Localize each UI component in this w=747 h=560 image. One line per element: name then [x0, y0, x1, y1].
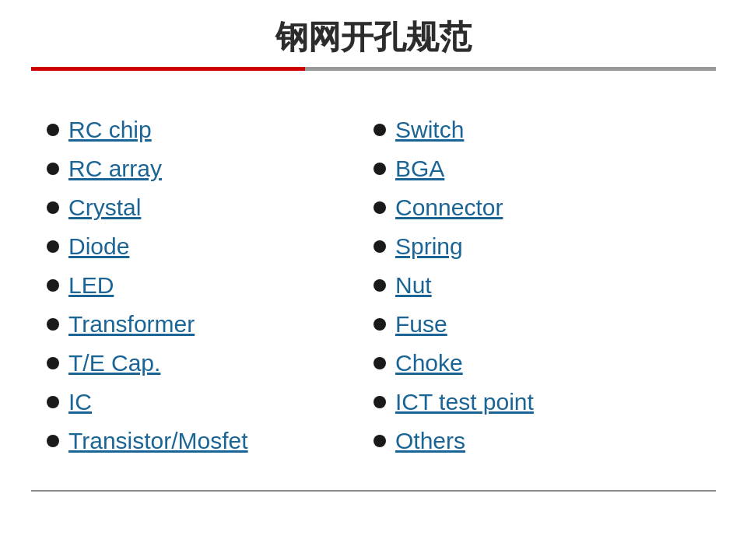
- list-item: Spring: [374, 229, 700, 264]
- link-transistor-mosfet[interactable]: Transistor/Mosfet: [68, 428, 248, 454]
- divider-left: [31, 67, 305, 71]
- bullet-icon: [374, 357, 386, 369]
- bullet-icon: [47, 357, 59, 369]
- bullet-icon: [374, 201, 386, 214]
- bullet-icon: [47, 163, 59, 175]
- list-item: Crystal: [47, 190, 374, 226]
- list-item: Switch: [374, 112, 700, 148]
- link-bga[interactable]: BGA: [395, 156, 444, 182]
- list-item: Choke: [374, 345, 700, 381]
- list-item: RC array: [47, 151, 374, 187]
- link-ict-test-point[interactable]: ICT test point: [395, 389, 534, 415]
- list-item: Nut: [374, 268, 700, 303]
- bullet-icon: [47, 279, 59, 292]
- list-item: BGA: [374, 151, 700, 187]
- link-rc-chip[interactable]: RC chip: [68, 117, 152, 143]
- bullet-icon: [374, 163, 386, 175]
- page-title: 钢网开孔规范: [31, 16, 716, 59]
- bullet-icon: [47, 396, 59, 408]
- list-item: IC: [47, 384, 374, 420]
- list-item: LED: [47, 268, 374, 303]
- link-others[interactable]: Others: [395, 428, 465, 454]
- bullet-icon: [374, 396, 386, 408]
- right-column: SwitchBGAConnectorSpringNutFuseChokeICT …: [374, 112, 700, 459]
- bullet-icon: [47, 124, 59, 136]
- divider-right: [305, 67, 716, 71]
- link-transformer[interactable]: Transformer: [68, 311, 195, 338]
- bullet-icon: [47, 240, 59, 253]
- link-diode[interactable]: Diode: [68, 233, 129, 260]
- left-column: RC chipRC arrayCrystalDiodeLEDTransforme…: [47, 112, 374, 459]
- bullet-icon: [374, 124, 386, 136]
- link-ic[interactable]: IC: [68, 389, 92, 415]
- link-choke[interactable]: Choke: [395, 350, 463, 376]
- list-item: Transformer: [47, 306, 374, 342]
- bullet-icon: [374, 240, 386, 253]
- list-item: Transistor/Mosfet: [47, 423, 374, 459]
- bullet-icon: [47, 318, 59, 331]
- bullet-icon: [47, 201, 59, 214]
- bottom-divider: [31, 490, 716, 492]
- list-item: Others: [374, 423, 700, 459]
- link-te-cap[interactable]: T/E Cap.: [68, 350, 160, 376]
- link-rc-array[interactable]: RC array: [68, 156, 162, 182]
- list-item: Fuse: [374, 306, 700, 342]
- bullet-icon: [374, 318, 386, 331]
- list-item: RC chip: [47, 112, 374, 148]
- list-item: ICT test point: [374, 384, 700, 420]
- link-switch[interactable]: Switch: [395, 117, 464, 143]
- content-area: RC chipRC arrayCrystalDiodeLEDTransforme…: [31, 104, 716, 467]
- bullet-icon: [374, 435, 386, 447]
- list-item: Diode: [47, 229, 374, 264]
- link-led[interactable]: LED: [68, 272, 114, 299]
- link-crystal[interactable]: Crystal: [68, 194, 141, 221]
- link-connector[interactable]: Connector: [395, 194, 503, 221]
- list-item: Connector: [374, 190, 700, 226]
- link-spring[interactable]: Spring: [395, 233, 463, 260]
- list-item: T/E Cap.: [47, 345, 374, 381]
- page-container: 钢网开孔规范 RC chipRC arrayCrystalDiodeLEDTra…: [0, 0, 747, 560]
- top-divider: [31, 67, 716, 81]
- link-nut[interactable]: Nut: [395, 272, 432, 299]
- bullet-icon: [374, 279, 386, 292]
- bullet-icon: [47, 435, 59, 447]
- link-fuse[interactable]: Fuse: [395, 311, 447, 338]
